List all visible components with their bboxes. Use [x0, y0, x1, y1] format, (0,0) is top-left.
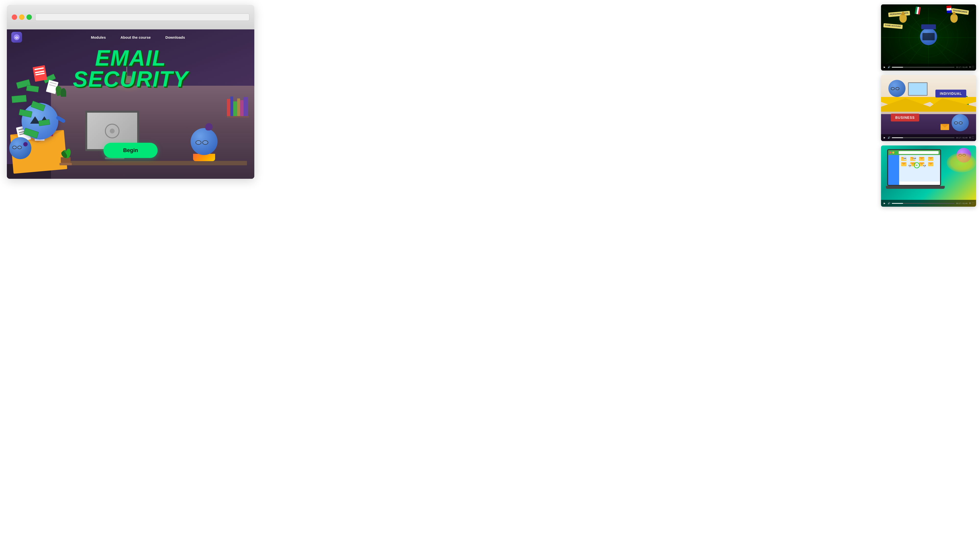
nav-link-modules[interactable]: Modules: [91, 35, 106, 40]
thumbnail-hacker[interactable]: PERSONAL DATA GAME ACCOUNT PASSWORDS ▶ 🔊: [881, 5, 976, 70]
envelope-small: [940, 124, 949, 130]
progress-bar-3[interactable]: [892, 203, 955, 204]
hero-title-line2: SECURITY: [7, 69, 254, 90]
svg-line-8: [929, 38, 976, 67]
settings-icon-3[interactable]: ⚙: [969, 202, 971, 205]
desk-plant: [61, 157, 72, 165]
progress-fill-2: [892, 137, 903, 138]
fullscreen-icon-1[interactable]: ⛶: [972, 66, 974, 68]
volume-button-2[interactable]: 🔊: [888, 136, 890, 139]
thumb2-background: INDIVIDUAL BUSINESS: [881, 75, 976, 141]
thumb1-background: PERSONAL DATA GAME ACCOUNT PASSWORDS: [881, 5, 976, 70]
video-controls-1: ▶ 🔊 00:17 / 01:49 ⚙ ⛶: [881, 64, 976, 70]
fullscreen-icon-2[interactable]: ⛶: [972, 137, 974, 139]
video-controls-3: ▶ 🔊 00:17 / 01:49 ⚙ ⛶: [881, 200, 976, 207]
address-bar[interactable]: [35, 13, 250, 21]
fullscreen-icon-3[interactable]: ⛶: [972, 202, 974, 205]
settings-icon-1[interactable]: ⚙: [969, 66, 971, 68]
target-reticle: [914, 162, 920, 168]
timestamp-1: 00:17 / 01:49: [956, 66, 967, 68]
laptop-base: [886, 186, 945, 189]
thumb3-background: 💀 💀 💀 💀: [881, 146, 976, 207]
svg-marker-23: [919, 157, 924, 159]
laptop-main: 💀 💀 💀 💀: [887, 149, 943, 191]
character-desk: [191, 128, 218, 161]
ctrl-icons-right-3: ⚙ ⛶: [969, 202, 974, 205]
hacker-character: [920, 28, 937, 45]
settings-icon-2[interactable]: ⚙: [969, 137, 971, 139]
yellow-burst: [947, 153, 976, 172]
svg-marker-25: [901, 162, 907, 165]
svg-marker-24: [928, 157, 934, 159]
timestamp-3: 00:17 / 01:49: [956, 202, 967, 205]
svg-line-12: [881, 38, 929, 67]
progress-fill-1: [892, 67, 903, 68]
thumbnails-panel: PERSONAL DATA GAME ACCOUNT PASSWORDS ▶ 🔊: [877, 0, 980, 551]
svg-marker-28: [928, 162, 934, 165]
svg-point-1: [16, 38, 17, 39]
minimize-button[interactable]: [19, 14, 24, 20]
thumbnail-individual-business[interactable]: INDIVIDUAL BUSINESS ▶ 🔊 00:17 / 01:49 ⚙ …: [881, 75, 976, 141]
video-controls-2: ▶ 🔊 00:17 / 01:49 ⚙ ⛶: [881, 134, 976, 141]
flag-france: [947, 5, 952, 13]
money-bag-left: [898, 14, 908, 25]
play-button-3[interactable]: ▶: [883, 202, 886, 205]
course-page: Modules About the course Downloads EMAIL…: [7, 29, 254, 179]
badge-business: BUSINESS: [891, 114, 919, 121]
char-bottom-right: [951, 114, 969, 131]
ctrl-icons-right-1: ⚙ ⛶: [969, 66, 974, 68]
volume-button-1[interactable]: 🔊: [888, 66, 890, 68]
badge-individual: INDIVIDUAL: [935, 90, 966, 97]
play-button-1[interactable]: ▶: [883, 66, 886, 68]
hero-title-line1: EMAIL: [7, 48, 254, 69]
timestamp-2: 00:17 / 01:49: [956, 137, 967, 139]
logo-icon: [13, 34, 20, 41]
progress-bar-1[interactable]: [892, 67, 955, 68]
skull-icon-4: 💀: [923, 164, 927, 167]
skull-icon-3: 💀: [908, 164, 912, 167]
character-left-small: [9, 137, 31, 159]
laptop-hint: [908, 82, 928, 96]
browser-chrome: [7, 5, 254, 29]
lightning-divider: [881, 97, 976, 112]
thumbnail-email-security[interactable]: 💀 💀 💀 💀 ▶: [881, 146, 976, 207]
play-button-2[interactable]: ▶: [883, 136, 886, 139]
progress-bar-2[interactable]: [892, 137, 955, 138]
ctrl-icons-right-2: ⚙ ⛶: [969, 137, 974, 139]
browser-window: Modules About the course Downloads EMAIL…: [7, 5, 254, 179]
nav-logo[interactable]: [11, 32, 22, 43]
course-nav: Modules About the course Downloads: [7, 29, 254, 45]
nav-link-about[interactable]: About the course: [121, 35, 151, 40]
maximize-button[interactable]: [27, 14, 32, 20]
skull-icon-2: 💀: [913, 156, 917, 160]
volume-button-3[interactable]: 🔊: [888, 202, 890, 205]
progress-fill-3: [892, 203, 903, 204]
skull-icon-1: 💀: [903, 156, 907, 160]
money-bag-right: [949, 14, 959, 25]
hero-title: EMAIL SECURITY: [7, 48, 254, 90]
char-top-left: [888, 80, 905, 97]
svg-marker-20: [940, 124, 949, 128]
begin-button[interactable]: Begin: [103, 143, 158, 158]
nav-link-downloads[interactable]: Downloads: [165, 35, 185, 40]
close-button[interactable]: [12, 14, 17, 20]
traffic-lights: [12, 14, 32, 20]
